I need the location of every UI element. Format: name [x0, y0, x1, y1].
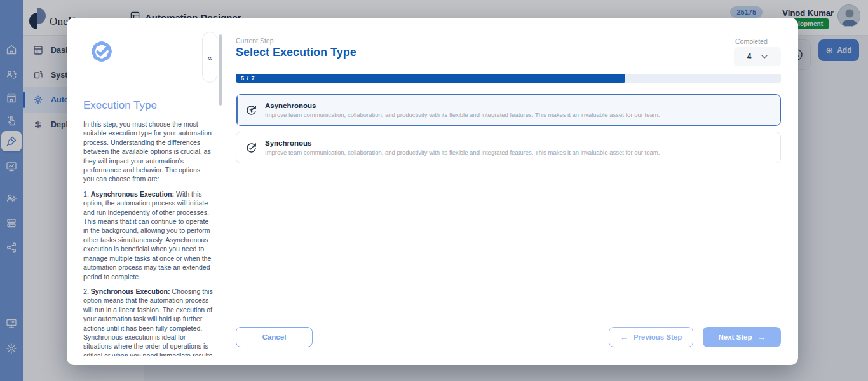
chevron-double-left-icon: « [207, 53, 212, 62]
arrow-left-icon: ← [620, 333, 628, 342]
previous-step-button[interactable]: ← Previous Step [609, 327, 693, 347]
execution-type-badge-icon [83, 33, 120, 73]
option-title: Asynchronous [265, 102, 660, 109]
sync-check-icon [245, 142, 257, 154]
option-asynchronous[interactable]: Asynchronous Improve team communication,… [236, 94, 781, 126]
completed-label: Completed [735, 38, 768, 45]
panel-title: Execution Type [83, 99, 157, 112]
option-title: Synchronous [265, 139, 660, 147]
next-step-button[interactable]: Next Step → [703, 327, 781, 347]
chevron-down-icon [761, 55, 768, 59]
panel-description: In this step, you must choose the most s… [83, 120, 213, 356]
option-description: Improve team communication, collaboratio… [265, 111, 660, 118]
screen: OneE Automation Designer 25175 Vinod Kum… [0, 0, 868, 381]
completed-dropdown[interactable]: 4 [734, 47, 781, 66]
collapse-panel-button[interactable]: « [202, 32, 217, 83]
arrow-right-icon: → [757, 333, 766, 342]
panel-scrollbar-thumb[interactable] [219, 34, 222, 106]
option-description: Improve team communication, collaboratio… [265, 149, 660, 156]
execution-type-modal: Execution Type In this step, you must ch… [67, 18, 798, 365]
step-progress-bar: 5 / 7 [236, 74, 781, 83]
current-step-label: Current Step [236, 37, 274, 45]
step-progress-fill: 5 / 7 [236, 74, 625, 83]
step-progress-label: 5 / 7 [241, 75, 255, 81]
cancel-button[interactable]: Cancel [236, 327, 313, 347]
async-rotate-icon [245, 104, 257, 116]
step-title: Select Execution Type [236, 46, 356, 59]
completed-value: 4 [747, 52, 752, 61]
option-synchronous[interactable]: Synchronous Improve team communication, … [236, 132, 781, 163]
